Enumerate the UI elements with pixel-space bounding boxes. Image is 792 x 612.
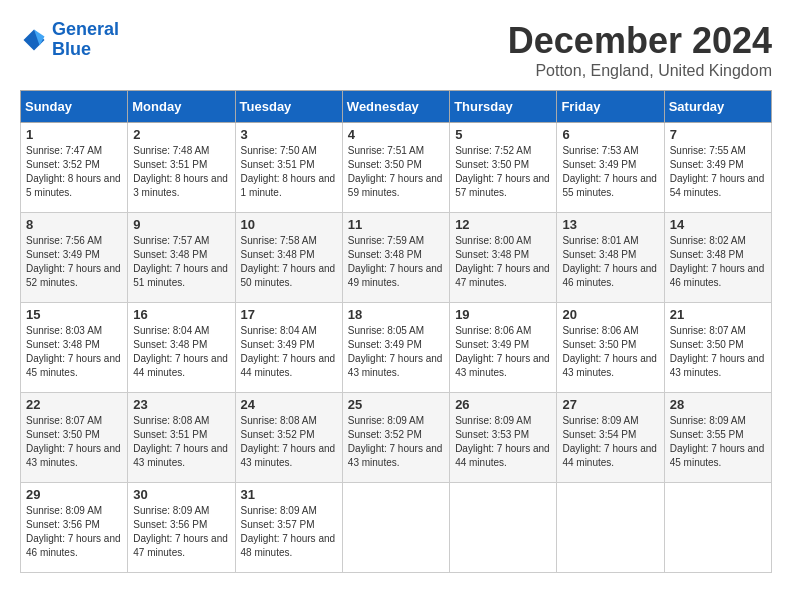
calendar-week-row: 29Sunrise: 8:09 AMSunset: 3:56 PMDayligh… xyxy=(21,483,772,573)
day-number: 10 xyxy=(241,217,337,232)
day-info: Sunrise: 8:06 AMSunset: 3:49 PMDaylight:… xyxy=(455,324,551,380)
day-info: Sunrise: 8:05 AMSunset: 3:49 PMDaylight:… xyxy=(348,324,444,380)
calendar-cell: 25Sunrise: 8:09 AMSunset: 3:52 PMDayligh… xyxy=(342,393,449,483)
weekday-header: Monday xyxy=(128,91,235,123)
day-number: 22 xyxy=(26,397,122,412)
calendar-week-row: 8Sunrise: 7:56 AMSunset: 3:49 PMDaylight… xyxy=(21,213,772,303)
day-number: 2 xyxy=(133,127,229,142)
calendar-cell: 31Sunrise: 8:09 AMSunset: 3:57 PMDayligh… xyxy=(235,483,342,573)
day-number: 20 xyxy=(562,307,658,322)
page-header: General Blue December 2024 Potton, Engla… xyxy=(20,20,772,80)
weekday-header: Sunday xyxy=(21,91,128,123)
day-number: 12 xyxy=(455,217,551,232)
calendar-cell: 27Sunrise: 8:09 AMSunset: 3:54 PMDayligh… xyxy=(557,393,664,483)
calendar-cell: 4Sunrise: 7:51 AMSunset: 3:50 PMDaylight… xyxy=(342,123,449,213)
calendar-cell: 3Sunrise: 7:50 AMSunset: 3:51 PMDaylight… xyxy=(235,123,342,213)
calendar-cell: 15Sunrise: 8:03 AMSunset: 3:48 PMDayligh… xyxy=(21,303,128,393)
day-number: 16 xyxy=(133,307,229,322)
calendar-cell: 28Sunrise: 8:09 AMSunset: 3:55 PMDayligh… xyxy=(664,393,771,483)
day-info: Sunrise: 8:07 AMSunset: 3:50 PMDaylight:… xyxy=(26,414,122,470)
day-number: 7 xyxy=(670,127,766,142)
day-info: Sunrise: 8:02 AMSunset: 3:48 PMDaylight:… xyxy=(670,234,766,290)
day-info: Sunrise: 7:48 AMSunset: 3:51 PMDaylight:… xyxy=(133,144,229,200)
day-number: 3 xyxy=(241,127,337,142)
calendar-cell: 2Sunrise: 7:48 AMSunset: 3:51 PMDaylight… xyxy=(128,123,235,213)
day-info: Sunrise: 7:57 AMSunset: 3:48 PMDaylight:… xyxy=(133,234,229,290)
calendar-cell: 13Sunrise: 8:01 AMSunset: 3:48 PMDayligh… xyxy=(557,213,664,303)
day-number: 13 xyxy=(562,217,658,232)
weekday-header-row: SundayMondayTuesdayWednesdayThursdayFrid… xyxy=(21,91,772,123)
day-number: 1 xyxy=(26,127,122,142)
day-number: 30 xyxy=(133,487,229,502)
day-info: Sunrise: 7:47 AMSunset: 3:52 PMDaylight:… xyxy=(26,144,122,200)
calendar-cell: 24Sunrise: 8:08 AMSunset: 3:52 PMDayligh… xyxy=(235,393,342,483)
day-number: 14 xyxy=(670,217,766,232)
day-info: Sunrise: 8:09 AMSunset: 3:52 PMDaylight:… xyxy=(348,414,444,470)
day-number: 19 xyxy=(455,307,551,322)
day-number: 9 xyxy=(133,217,229,232)
day-info: Sunrise: 7:58 AMSunset: 3:48 PMDaylight:… xyxy=(241,234,337,290)
day-info: Sunrise: 7:56 AMSunset: 3:49 PMDaylight:… xyxy=(26,234,122,290)
day-info: Sunrise: 7:59 AMSunset: 3:48 PMDaylight:… xyxy=(348,234,444,290)
day-number: 5 xyxy=(455,127,551,142)
day-number: 23 xyxy=(133,397,229,412)
weekday-header: Saturday xyxy=(664,91,771,123)
title-section: December 2024 Potton, England, United Ki… xyxy=(508,20,772,80)
calendar-cell: 16Sunrise: 8:04 AMSunset: 3:48 PMDayligh… xyxy=(128,303,235,393)
calendar-cell: 10Sunrise: 7:58 AMSunset: 3:48 PMDayligh… xyxy=(235,213,342,303)
calendar-cell: 11Sunrise: 7:59 AMSunset: 3:48 PMDayligh… xyxy=(342,213,449,303)
day-info: Sunrise: 8:08 AMSunset: 3:52 PMDaylight:… xyxy=(241,414,337,470)
calendar-week-row: 1Sunrise: 7:47 AMSunset: 3:52 PMDaylight… xyxy=(21,123,772,213)
calendar-cell: 1Sunrise: 7:47 AMSunset: 3:52 PMDaylight… xyxy=(21,123,128,213)
day-info: Sunrise: 8:09 AMSunset: 3:53 PMDaylight:… xyxy=(455,414,551,470)
day-number: 15 xyxy=(26,307,122,322)
day-info: Sunrise: 8:06 AMSunset: 3:50 PMDaylight:… xyxy=(562,324,658,380)
day-number: 6 xyxy=(562,127,658,142)
day-number: 11 xyxy=(348,217,444,232)
day-info: Sunrise: 8:01 AMSunset: 3:48 PMDaylight:… xyxy=(562,234,658,290)
calendar-cell: 23Sunrise: 8:08 AMSunset: 3:51 PMDayligh… xyxy=(128,393,235,483)
calendar-cell: 14Sunrise: 8:02 AMSunset: 3:48 PMDayligh… xyxy=(664,213,771,303)
calendar-cell: 5Sunrise: 7:52 AMSunset: 3:50 PMDaylight… xyxy=(450,123,557,213)
weekday-header: Thursday xyxy=(450,91,557,123)
day-info: Sunrise: 8:03 AMSunset: 3:48 PMDaylight:… xyxy=(26,324,122,380)
location: Potton, England, United Kingdom xyxy=(508,62,772,80)
calendar-cell: 26Sunrise: 8:09 AMSunset: 3:53 PMDayligh… xyxy=(450,393,557,483)
day-info: Sunrise: 8:08 AMSunset: 3:51 PMDaylight:… xyxy=(133,414,229,470)
day-info: Sunrise: 8:09 AMSunset: 3:56 PMDaylight:… xyxy=(26,504,122,560)
calendar-table: SundayMondayTuesdayWednesdayThursdayFrid… xyxy=(20,90,772,573)
day-info: Sunrise: 7:52 AMSunset: 3:50 PMDaylight:… xyxy=(455,144,551,200)
calendar-cell: 21Sunrise: 8:07 AMSunset: 3:50 PMDayligh… xyxy=(664,303,771,393)
calendar-cell: 9Sunrise: 7:57 AMSunset: 3:48 PMDaylight… xyxy=(128,213,235,303)
day-info: Sunrise: 8:09 AMSunset: 3:56 PMDaylight:… xyxy=(133,504,229,560)
day-info: Sunrise: 8:04 AMSunset: 3:48 PMDaylight:… xyxy=(133,324,229,380)
day-number: 26 xyxy=(455,397,551,412)
day-number: 17 xyxy=(241,307,337,322)
calendar-cell xyxy=(557,483,664,573)
day-number: 18 xyxy=(348,307,444,322)
day-number: 25 xyxy=(348,397,444,412)
weekday-header: Wednesday xyxy=(342,91,449,123)
day-number: 24 xyxy=(241,397,337,412)
day-number: 8 xyxy=(26,217,122,232)
calendar-week-row: 15Sunrise: 8:03 AMSunset: 3:48 PMDayligh… xyxy=(21,303,772,393)
calendar-cell xyxy=(342,483,449,573)
logo-icon xyxy=(20,26,48,54)
day-number: 27 xyxy=(562,397,658,412)
day-info: Sunrise: 8:09 AMSunset: 3:55 PMDaylight:… xyxy=(670,414,766,470)
calendar-cell: 20Sunrise: 8:06 AMSunset: 3:50 PMDayligh… xyxy=(557,303,664,393)
day-info: Sunrise: 8:09 AMSunset: 3:54 PMDaylight:… xyxy=(562,414,658,470)
calendar-cell: 12Sunrise: 8:00 AMSunset: 3:48 PMDayligh… xyxy=(450,213,557,303)
day-info: Sunrise: 7:50 AMSunset: 3:51 PMDaylight:… xyxy=(241,144,337,200)
calendar-cell: 18Sunrise: 8:05 AMSunset: 3:49 PMDayligh… xyxy=(342,303,449,393)
calendar-cell: 22Sunrise: 8:07 AMSunset: 3:50 PMDayligh… xyxy=(21,393,128,483)
day-number: 29 xyxy=(26,487,122,502)
calendar-cell xyxy=(450,483,557,573)
day-info: Sunrise: 8:00 AMSunset: 3:48 PMDaylight:… xyxy=(455,234,551,290)
month-title: December 2024 xyxy=(508,20,772,62)
calendar-cell: 19Sunrise: 8:06 AMSunset: 3:49 PMDayligh… xyxy=(450,303,557,393)
weekday-header: Tuesday xyxy=(235,91,342,123)
day-number: 21 xyxy=(670,307,766,322)
calendar-cell: 29Sunrise: 8:09 AMSunset: 3:56 PMDayligh… xyxy=(21,483,128,573)
calendar-cell xyxy=(664,483,771,573)
